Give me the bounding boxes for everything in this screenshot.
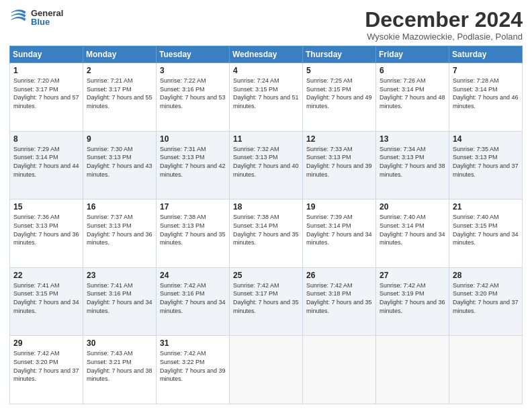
day-info: Sunrise: 7:20 AM Sunset: 3:17 PM Dayligh… bbox=[13, 77, 79, 110]
table-row: 4Sunrise: 7:24 AM Sunset: 3:15 PM Daylig… bbox=[230, 63, 303, 132]
logo-icon bbox=[9, 8, 28, 27]
header-friday: Friday bbox=[376, 46, 449, 63]
table-row: 19Sunrise: 7:39 AM Sunset: 3:14 PM Dayli… bbox=[303, 199, 376, 268]
table-row: 24Sunrise: 7:42 AM Sunset: 3:16 PM Dayli… bbox=[157, 267, 230, 336]
day-number: 27 bbox=[380, 271, 445, 280]
day-info: Sunrise: 7:31 AM Sunset: 3:13 PM Dayligh… bbox=[160, 145, 226, 179]
day-number: 8 bbox=[13, 134, 79, 144]
header-sunday: Sunday bbox=[10, 46, 83, 63]
day-info: Sunrise: 7:42 AM Sunset: 3:17 PM Dayligh… bbox=[233, 281, 299, 315]
day-info: Sunrise: 7:42 AM Sunset: 3:16 PM Dayligh… bbox=[160, 281, 226, 315]
day-info: Sunrise: 7:22 AM Sunset: 3:16 PM Dayligh… bbox=[160, 77, 226, 110]
table-row: 9Sunrise: 7:30 AM Sunset: 3:13 PM Daylig… bbox=[83, 131, 157, 199]
day-number: 15 bbox=[13, 202, 79, 212]
calendar-week-row: 15Sunrise: 7:36 AM Sunset: 3:13 PM Dayli… bbox=[10, 199, 523, 268]
table-row: 15Sunrise: 7:36 AM Sunset: 3:13 PM Dayli… bbox=[10, 199, 83, 268]
day-number: 26 bbox=[306, 271, 372, 280]
day-number: 24 bbox=[160, 271, 226, 280]
table-row: 10Sunrise: 7:31 AM Sunset: 3:13 PM Dayli… bbox=[157, 131, 230, 199]
day-info: Sunrise: 7:30 AM Sunset: 3:13 PM Dayligh… bbox=[87, 145, 152, 179]
table-row: 12Sunrise: 7:33 AM Sunset: 3:13 PM Dayli… bbox=[303, 131, 376, 199]
day-info: Sunrise: 7:26 AM Sunset: 3:14 PM Dayligh… bbox=[380, 77, 445, 110]
logo: General Blue bbox=[9, 8, 63, 27]
table-row: 30Sunrise: 7:43 AM Sunset: 3:21 PM Dayli… bbox=[83, 336, 157, 404]
day-info: Sunrise: 7:28 AM Sunset: 3:14 PM Dayligh… bbox=[453, 77, 519, 110]
day-number: 14 bbox=[453, 134, 519, 144]
day-number: 6 bbox=[380, 66, 445, 75]
table-row: 2Sunrise: 7:21 AM Sunset: 3:17 PM Daylig… bbox=[83, 63, 157, 132]
table-row: 1Sunrise: 7:20 AM Sunset: 3:17 PM Daylig… bbox=[10, 63, 83, 132]
title-block: December 2024 Wysokie Mazowieckie, Podla… bbox=[365, 8, 523, 42]
day-info: Sunrise: 7:42 AM Sunset: 3:18 PM Dayligh… bbox=[306, 281, 372, 315]
day-info: Sunrise: 7:35 AM Sunset: 3:13 PM Dayligh… bbox=[453, 145, 519, 179]
table-row bbox=[303, 336, 376, 404]
calendar-week-row: 22Sunrise: 7:41 AM Sunset: 3:15 PM Dayli… bbox=[10, 267, 523, 336]
day-number: 30 bbox=[87, 338, 152, 348]
day-info: Sunrise: 7:38 AM Sunset: 3:14 PM Dayligh… bbox=[233, 213, 299, 246]
table-row: 6Sunrise: 7:26 AM Sunset: 3:14 PM Daylig… bbox=[376, 63, 449, 132]
table-row bbox=[230, 336, 303, 404]
day-number: 10 bbox=[160, 134, 226, 144]
day-number: 1 bbox=[13, 66, 79, 75]
day-number: 23 bbox=[87, 271, 152, 280]
calendar-week-row: 1Sunrise: 7:20 AM Sunset: 3:17 PM Daylig… bbox=[10, 63, 523, 132]
header-wednesday: Wednesday bbox=[230, 46, 303, 63]
table-row: 21Sunrise: 7:40 AM Sunset: 3:15 PM Dayli… bbox=[449, 199, 523, 268]
day-info: Sunrise: 7:24 AM Sunset: 3:15 PM Dayligh… bbox=[233, 77, 299, 110]
day-info: Sunrise: 7:40 AM Sunset: 3:14 PM Dayligh… bbox=[380, 213, 445, 246]
day-number: 2 bbox=[87, 66, 152, 75]
day-info: Sunrise: 7:33 AM Sunset: 3:13 PM Dayligh… bbox=[306, 145, 372, 179]
table-row: 23Sunrise: 7:41 AM Sunset: 3:16 PM Dayli… bbox=[83, 267, 157, 336]
header-saturday: Saturday bbox=[449, 46, 523, 63]
table-row: 11Sunrise: 7:32 AM Sunset: 3:13 PM Dayli… bbox=[230, 131, 303, 199]
table-row: 29Sunrise: 7:42 AM Sunset: 3:20 PM Dayli… bbox=[10, 336, 83, 404]
header: General Blue December 2024 Wysokie Mazow… bbox=[9, 8, 523, 42]
day-number: 12 bbox=[306, 134, 372, 144]
day-info: Sunrise: 7:34 AM Sunset: 3:13 PM Dayligh… bbox=[380, 145, 445, 179]
day-number: 18 bbox=[233, 202, 299, 212]
day-info: Sunrise: 7:37 AM Sunset: 3:13 PM Dayligh… bbox=[87, 213, 152, 246]
logo-text: General Blue bbox=[31, 9, 63, 26]
table-row bbox=[376, 336, 449, 404]
calendar-week-row: 8Sunrise: 7:29 AM Sunset: 3:14 PM Daylig… bbox=[10, 131, 523, 199]
day-number: 4 bbox=[233, 66, 299, 75]
day-info: Sunrise: 7:41 AM Sunset: 3:16 PM Dayligh… bbox=[87, 281, 152, 315]
table-row: 16Sunrise: 7:37 AM Sunset: 3:13 PM Dayli… bbox=[83, 199, 157, 268]
table-row: 27Sunrise: 7:42 AM Sunset: 3:19 PM Dayli… bbox=[376, 267, 449, 336]
day-number: 9 bbox=[87, 134, 152, 144]
table-row: 25Sunrise: 7:42 AM Sunset: 3:17 PM Dayli… bbox=[230, 267, 303, 336]
page-container: General Blue December 2024 Wysokie Mazow… bbox=[0, 0, 532, 411]
day-info: Sunrise: 7:40 AM Sunset: 3:15 PM Dayligh… bbox=[453, 213, 519, 246]
table-row: 7Sunrise: 7:28 AM Sunset: 3:14 PM Daylig… bbox=[449, 63, 523, 132]
table-row: 22Sunrise: 7:41 AM Sunset: 3:15 PM Dayli… bbox=[10, 267, 83, 336]
day-number: 16 bbox=[87, 202, 152, 212]
table-row: 3Sunrise: 7:22 AM Sunset: 3:16 PM Daylig… bbox=[157, 63, 230, 132]
calendar-header-row: Sunday Monday Tuesday Wednesday Thursday… bbox=[10, 46, 523, 63]
day-number: 19 bbox=[306, 202, 372, 212]
table-row: 31Sunrise: 7:42 AM Sunset: 3:22 PM Dayli… bbox=[157, 336, 230, 404]
day-number: 31 bbox=[160, 338, 226, 348]
day-number: 20 bbox=[380, 202, 445, 212]
day-number: 29 bbox=[13, 338, 79, 348]
day-number: 5 bbox=[306, 66, 372, 75]
day-info: Sunrise: 7:21 AM Sunset: 3:17 PM Dayligh… bbox=[87, 77, 152, 110]
day-number: 11 bbox=[233, 134, 299, 144]
day-info: Sunrise: 7:42 AM Sunset: 3:19 PM Dayligh… bbox=[380, 281, 445, 315]
calendar-table: Sunday Monday Tuesday Wednesday Thursday… bbox=[9, 46, 523, 404]
day-info: Sunrise: 7:36 AM Sunset: 3:13 PM Dayligh… bbox=[13, 213, 79, 246]
table-row: 18Sunrise: 7:38 AM Sunset: 3:14 PM Dayli… bbox=[230, 199, 303, 268]
location-subtitle: Wysokie Mazowieckie, Podlasie, Poland bbox=[365, 32, 523, 42]
table-row: 20Sunrise: 7:40 AM Sunset: 3:14 PM Dayli… bbox=[376, 199, 449, 268]
table-row: 17Sunrise: 7:38 AM Sunset: 3:13 PM Dayli… bbox=[157, 199, 230, 268]
table-row: 14Sunrise: 7:35 AM Sunset: 3:13 PM Dayli… bbox=[449, 131, 523, 199]
header-tuesday: Tuesday bbox=[157, 46, 230, 63]
day-info: Sunrise: 7:29 AM Sunset: 3:14 PM Dayligh… bbox=[13, 145, 79, 179]
day-number: 13 bbox=[380, 134, 445, 144]
header-monday: Monday bbox=[83, 46, 157, 63]
day-number: 22 bbox=[13, 271, 79, 280]
day-info: Sunrise: 7:32 AM Sunset: 3:13 PM Dayligh… bbox=[233, 145, 299, 179]
day-number: 3 bbox=[160, 66, 226, 75]
day-info: Sunrise: 7:38 AM Sunset: 3:13 PM Dayligh… bbox=[160, 213, 226, 246]
day-info: Sunrise: 7:39 AM Sunset: 3:14 PM Dayligh… bbox=[306, 213, 372, 246]
table-row: 28Sunrise: 7:42 AM Sunset: 3:20 PM Dayli… bbox=[449, 267, 523, 336]
